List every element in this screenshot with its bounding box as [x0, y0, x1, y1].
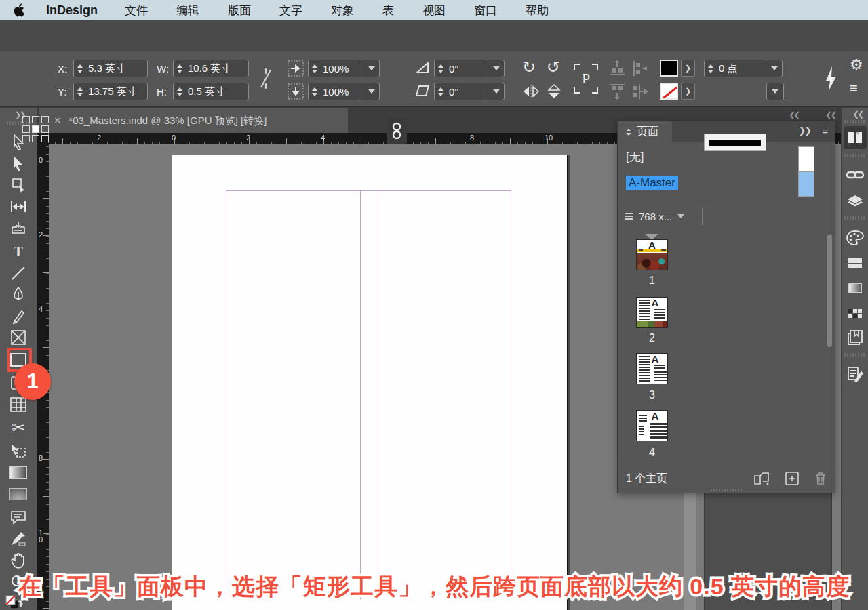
panel-expand-chevrons-icon[interactable]: ❯❯	[798, 125, 810, 136]
master-row-a-master[interactable]: A-Master	[618, 170, 835, 196]
content-collector-tool[interactable]	[6, 219, 31, 238]
free-transform-tool[interactable]	[6, 441, 31, 460]
w-field[interactable]: 10.6 英寸	[173, 60, 249, 77]
scale-y-stepper[interactable]	[309, 83, 320, 100]
frame-tool[interactable]	[6, 328, 31, 347]
menu-item-1[interactable]: 编辑	[176, 3, 199, 18]
menu-item-7[interactable]: 窗口	[474, 3, 497, 18]
stroke-color-expand-button[interactable]: ❯	[681, 83, 695, 100]
gear-icon[interactable]: ⚙	[850, 56, 863, 74]
edit-spread-icon[interactable]	[753, 472, 770, 485]
note-tool[interactable]	[6, 508, 31, 527]
stroke-weight-dropdown[interactable]	[766, 60, 782, 77]
close-tab-icon[interactable]: ×	[54, 115, 60, 127]
distribute-vertical-icon[interactable]	[609, 83, 625, 100]
dock-color-icon[interactable]	[844, 226, 867, 249]
shear-stepper[interactable]	[435, 83, 446, 100]
menu-app-name[interactable]: InDesign	[46, 3, 98, 18]
pages-panel-scrollbar[interactable]	[827, 235, 832, 347]
y-stepper[interactable]	[74, 83, 85, 100]
master-none-swatch[interactable]	[798, 146, 814, 171]
menu-item-5[interactable]: 表	[382, 3, 394, 18]
align-top-icon[interactable]	[609, 60, 625, 77]
constrain-scale-link-button[interactable]	[387, 117, 407, 144]
page-size-dropdown[interactable]: 768 x...	[618, 203, 835, 229]
shear-field[interactable]: 0°	[434, 83, 505, 100]
menu-item-6[interactable]: 视图	[422, 3, 446, 18]
column-guide-1[interactable]	[226, 190, 226, 599]
gradient-swatch-tool[interactable]	[6, 463, 31, 482]
dock-collapse-chevrons-icon[interactable]: ❮❮	[826, 110, 835, 119]
eyedropper-tool[interactable]	[6, 529, 31, 548]
line-tool[interactable]	[6, 264, 31, 283]
page-thumbnail-3[interactable]: A	[636, 353, 668, 384]
direct-selection-tool[interactable]	[6, 155, 31, 174]
fill-color-expand-button[interactable]: ❯	[681, 60, 695, 77]
x-field[interactable]: 5.3 英寸	[73, 60, 148, 77]
reference-point-grid[interactable]	[22, 116, 49, 142]
stroke-weight-stepper[interactable]	[705, 60, 716, 77]
page-tool[interactable]	[6, 176, 31, 195]
menu-item-2[interactable]: 版面	[228, 3, 251, 18]
dock-swatches-icon[interactable]	[844, 302, 867, 325]
dock-pages-icon[interactable]	[844, 126, 867, 149]
scale-x-dropdown[interactable]	[363, 60, 379, 77]
page-thumbnail-4[interactable]: A	[636, 410, 668, 441]
page-number-4[interactable]: 4	[636, 447, 668, 459]
flip-horizontal-icon[interactable]	[522, 85, 540, 98]
scale-x-field[interactable]: 100%	[308, 60, 380, 77]
x-stepper[interactable]	[74, 60, 85, 77]
document-page[interactable]	[172, 155, 568, 610]
column-guide-3[interactable]	[378, 190, 378, 599]
document-tab[interactable]: × *03_Masters.indd @ 33% [GPU 预览] [转换]	[39, 108, 348, 133]
stroke-weight-field[interactable]: 0 点	[704, 60, 783, 77]
menu-item-0[interactable]: 文件	[125, 3, 148, 18]
flip-vertical-icon[interactable]	[547, 83, 561, 100]
fill-color-swatch[interactable]	[660, 60, 678, 77]
dock-stroke-icon[interactable]	[844, 251, 867, 274]
column-guide-4[interactable]	[511, 190, 511, 599]
dock-layers-icon[interactable]	[844, 190, 867, 214]
panel-resize-grip[interactable]	[711, 489, 742, 491]
w-stepper[interactable]	[174, 60, 185, 77]
scale-y-field[interactable]: 100%	[308, 83, 380, 100]
gap-tool[interactable]	[6, 197, 31, 216]
hand-tool[interactable]	[6, 551, 31, 570]
delete-page-button[interactable]	[814, 472, 827, 485]
scissors-tool[interactable]: ✂	[6, 418, 31, 437]
quick-actions-lightning-icon[interactable]	[825, 66, 837, 92]
rotate-cw-icon[interactable]: ↻	[522, 58, 536, 77]
stroke-style-dropdown[interactable]	[766, 83, 784, 100]
panel-collapse-icon[interactable]	[626, 129, 631, 136]
dock-cc-libraries-icon[interactable]	[844, 326, 867, 349]
pages-panel-menu-icon[interactable]: ≡	[822, 127, 828, 134]
column-guide-2[interactable]	[360, 190, 361, 599]
scale-x-stepper[interactable]	[309, 60, 320, 77]
dock-collapse-icon[interactable]: ❮❮	[853, 110, 863, 119]
rotation-dropdown[interactable]	[488, 60, 504, 77]
margin-guide-top[interactable]	[226, 190, 511, 191]
pages-panel-tab[interactable]: 页面	[618, 121, 672, 142]
dock-links-icon[interactable]	[844, 163, 867, 186]
page-thumbnail-1[interactable]: A	[636, 239, 668, 270]
panel-menu-icon[interactable]: ≡	[850, 81, 858, 96]
pen-tool[interactable]	[6, 285, 31, 304]
stroke-style-selector[interactable]	[704, 134, 766, 151]
select-container-icon[interactable]: P	[573, 63, 599, 94]
y-field[interactable]: 13.75 英寸	[73, 83, 148, 100]
scale-y-dropdown[interactable]	[363, 83, 379, 100]
constrain-wh-broken-link-icon[interactable]	[258, 66, 273, 92]
apple-icon[interactable]	[14, 3, 26, 17]
h-field[interactable]: 0.5 英寸	[173, 83, 249, 100]
menu-item-8[interactable]: 帮助	[526, 3, 549, 18]
page-number-3[interactable]: 3	[636, 389, 668, 401]
dock-gradient-icon[interactable]	[844, 277, 867, 300]
page-number-1[interactable]: 1	[636, 274, 668, 287]
page-thumbnail-2[interactable]: A	[636, 297, 668, 328]
menu-item-4[interactable]: 对象	[331, 3, 354, 18]
tab-overflow-chevrons-icon[interactable]: ❮❮	[789, 110, 799, 119]
align-left-icon[interactable]	[632, 60, 648, 77]
create-page-button[interactable]	[785, 472, 800, 485]
shear-dropdown[interactable]	[488, 83, 504, 100]
menu-item-3[interactable]: 文字	[279, 3, 302, 18]
